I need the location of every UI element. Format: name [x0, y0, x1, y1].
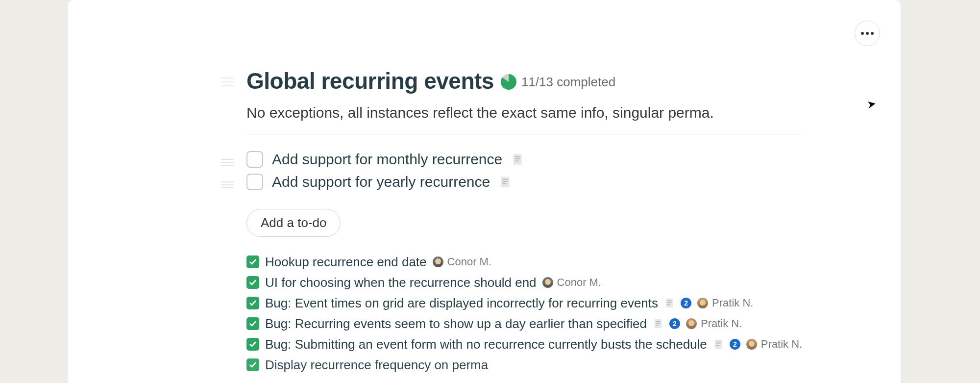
- avatar: [686, 318, 697, 329]
- avatar: [542, 277, 553, 288]
- assignee-name: Pratik N.: [712, 297, 753, 309]
- todo-text[interactable]: Bug: Recurring events seem to show up a …: [265, 316, 647, 332]
- assignee[interactable]: Pratik N.: [746, 338, 802, 351]
- notes-icon: [653, 318, 663, 329]
- drag-handle-icon[interactable]: [221, 77, 234, 86]
- todo-text[interactable]: UI for choosing when the recurrence shou…: [265, 275, 537, 290]
- add-todo-button[interactable]: Add a to-do: [246, 209, 341, 237]
- avatar: [697, 298, 708, 308]
- todo-text[interactable]: Add support for monthly recurrence: [272, 151, 502, 168]
- comment-count-badge[interactable]: 2: [669, 318, 680, 329]
- svg-rect-4: [501, 177, 510, 187]
- completed-todo-item[interactable]: Display recurrence frequency on perma: [246, 357, 803, 373]
- list-title[interactable]: Global recurring events: [246, 69, 494, 94]
- comment-count-badge[interactable]: 2: [730, 339, 740, 350]
- more-menu-button[interactable]: [855, 21, 880, 46]
- todo-text[interactable]: Bug: Event times on grid are displayed i…: [265, 296, 658, 311]
- todo-item[interactable]: Add support for yearly recurrence: [246, 174, 803, 190]
- progress-pie-icon: [501, 74, 516, 90]
- assignee-name: Conor M.: [557, 276, 601, 289]
- assignee[interactable]: Conor M.: [542, 276, 601, 289]
- todo-checkbox[interactable]: [246, 174, 263, 190]
- todo-checkbox-checked[interactable]: [246, 317, 259, 330]
- assignee[interactable]: Pratik N.: [686, 317, 742, 330]
- todo-text[interactable]: Add support for yearly recurrence: [272, 174, 490, 190]
- comment-count-badge[interactable]: 2: [681, 298, 691, 308]
- todo-text[interactable]: Display recurrence frequency on perma: [265, 357, 488, 373]
- completed-todo-item[interactable]: Bug: Recurring events seem to show up a …: [246, 316, 803, 332]
- notes-icon: [511, 153, 524, 166]
- completed-todos-section: Hookup recurrence end date Conor M. UI f…: [246, 255, 803, 373]
- notes-icon: [713, 339, 724, 350]
- assignee-name: Conor M.: [447, 255, 491, 268]
- drag-handle-icon[interactable]: [221, 181, 234, 188]
- todo-checkbox-checked[interactable]: [246, 297, 259, 309]
- todo-checkbox-checked[interactable]: [246, 358, 259, 371]
- completed-todo-item[interactable]: Bug: Submitting an event form with no re…: [246, 337, 803, 352]
- assignee[interactable]: Conor M.: [433, 255, 491, 268]
- divider: [246, 134, 803, 134]
- todo-text[interactable]: Hookup recurrence end date: [265, 255, 427, 270]
- todo-checkbox-checked[interactable]: [246, 255, 259, 268]
- completed-todo-item[interactable]: UI for choosing when the recurrence shou…: [246, 275, 803, 290]
- avatar: [746, 339, 757, 350]
- completed-todo-item[interactable]: Hookup recurrence end date Conor M.: [246, 255, 803, 270]
- svg-rect-12: [655, 319, 662, 328]
- svg-rect-8: [666, 299, 673, 307]
- avatar: [433, 256, 443, 267]
- completed-todo-item[interactable]: Bug: Event times on grid are displayed i…: [246, 296, 803, 311]
- assignee[interactable]: Pratik N.: [697, 297, 753, 309]
- assignee-name: Pratik N.: [761, 338, 802, 351]
- notes-icon: [664, 298, 675, 308]
- completed-count: 11/13 completed: [521, 75, 615, 90]
- todo-text[interactable]: Bug: Submitting an event form with no re…: [265, 337, 707, 352]
- todo-checkbox[interactable]: [246, 151, 263, 168]
- assignee-name: Pratik N.: [701, 317, 742, 330]
- incomplete-todos-section: Add support for monthly recurrence Add s…: [246, 151, 803, 190]
- drag-handle-icon[interactable]: [221, 159, 234, 166]
- todo-checkbox-checked[interactable]: [246, 276, 259, 289]
- notes-icon: [499, 176, 512, 188]
- svg-rect-0: [514, 154, 522, 165]
- svg-rect-16: [714, 340, 722, 349]
- todo-checkbox-checked[interactable]: [246, 338, 259, 351]
- list-description[interactable]: No exceptions, all instances reflect the…: [246, 102, 803, 123]
- todo-item[interactable]: Add support for monthly recurrence: [246, 151, 803, 168]
- document-card: ➤ Global recurring events 11/13 complete…: [68, 0, 901, 383]
